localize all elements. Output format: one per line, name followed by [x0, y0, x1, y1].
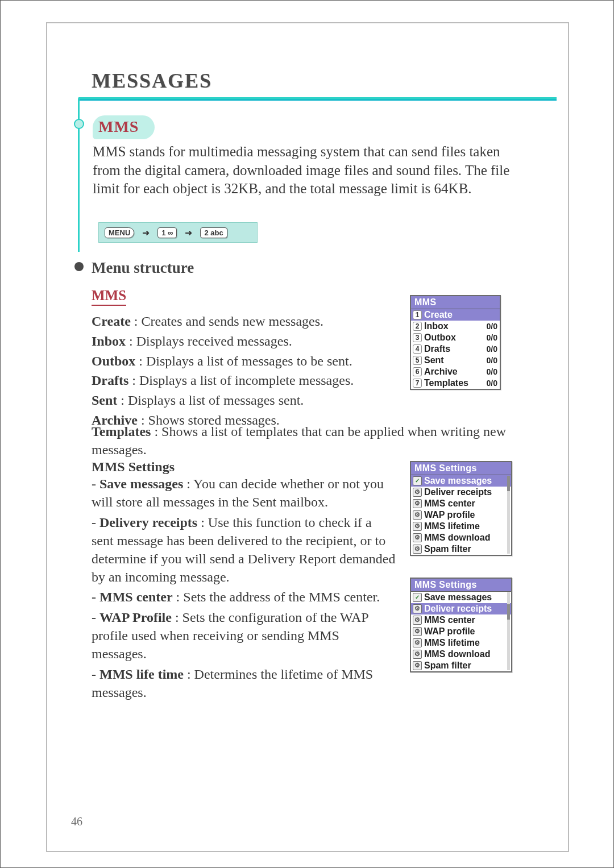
- bullet-icon: [74, 262, 84, 271]
- term: Sent: [92, 393, 117, 408]
- menu-item-number: 1: [413, 310, 422, 319]
- menu-item-count: 0/0: [487, 333, 497, 342]
- mms-description-paragraph: MMS stands for multimedia messaging syst…: [93, 143, 519, 198]
- menu-item-label: WAP profile: [424, 510, 509, 520]
- settings-definition-row: - Delivery receipts : Use this function …: [92, 514, 396, 587]
- page-title: MESSAGES: [92, 69, 212, 92]
- term: WAP Profile: [99, 610, 172, 625]
- menu-item-label: MMS center: [424, 499, 509, 509]
- phone-menu-item[interactable]: MMS lifetime: [411, 637, 511, 649]
- desc: : Displays received messages.: [126, 334, 292, 348]
- phone-menu-item[interactable]: MMS center: [411, 498, 511, 509]
- phone-menu-item[interactable]: 7Templates0/0: [411, 377, 500, 389]
- menu-item-count: 0/0: [487, 322, 497, 331]
- menu-item-label: MMS download: [424, 649, 509, 659]
- menu-item-count: 0/0: [487, 379, 497, 388]
- definition-row: Drafts : Displays a list of incomplete m…: [92, 371, 399, 391]
- desc: : Creates and sends new messages.: [131, 314, 323, 329]
- phone-screenshot-mms-menu: MMS 1Create2Inbox0/03Outbox0/04Drafts0/0…: [410, 295, 501, 390]
- term: Save messages: [99, 476, 183, 491]
- menu-key-icon: MENU: [105, 227, 134, 238]
- checkbox-icon: [413, 593, 422, 602]
- term: Inbox: [92, 334, 126, 348]
- title-rule: [78, 97, 557, 101]
- menu-item-number: 5: [413, 356, 422, 365]
- gear-icon: [413, 510, 422, 520]
- menu-item-label: Create: [424, 310, 497, 320]
- term: Drafts: [92, 373, 128, 388]
- key-sequence-box: MENU ➜ 1 ∞ ➜ 2 abc: [98, 222, 258, 243]
- phone-menu-item[interactable]: 3Outbox0/0: [411, 332, 500, 343]
- mms-menu-section: MMS Create : Creates and sends new messa…: [92, 288, 399, 430]
- templates-definition: Templates : Shows a list of templates th…: [92, 422, 529, 459]
- definition-row: Inbox : Displays received messages.: [92, 331, 399, 351]
- menu-item-count: 0/0: [487, 356, 497, 365]
- menu-item-label: Drafts: [424, 344, 484, 354]
- gear-icon: [413, 488, 422, 497]
- mms-settings-list: - Save messages : You can decide whether…: [92, 475, 396, 704]
- phone-menu-item[interactable]: 4Drafts0/0: [411, 343, 500, 355]
- menu-item-label: Spam filter: [424, 661, 509, 671]
- desc: : Sets the address of the MMS center.: [173, 589, 380, 604]
- phone-menu-item[interactable]: Deliver receipts: [411, 487, 511, 498]
- phone-menu-item[interactable]: 5Sent0/0: [411, 355, 500, 366]
- page-sheet: MESSAGES MMS MMS stands for multimedia m…: [0, 0, 614, 868]
- menu-item-label: Templates: [424, 378, 484, 388]
- menu-item-label: Deliver receipts: [424, 487, 509, 497]
- title-block: MESSAGES: [92, 69, 545, 93]
- settings-definition-row: - Save messages : You can decide whether…: [92, 475, 396, 512]
- mms-definitions-list: Create : Creates and sends new messages.…: [92, 312, 399, 430]
- phone-menu-header: MMS Settings: [411, 579, 511, 592]
- menu-item-label: Save messages: [424, 476, 509, 486]
- menu-item-number: 6: [413, 367, 422, 376]
- menu-item-label: MMS lifetime: [424, 638, 509, 648]
- phone-menu-item[interactable]: WAP profile: [411, 626, 511, 637]
- scrollbar-icon: [507, 592, 510, 670]
- phone-menu-item[interactable]: Save messages: [411, 592, 511, 603]
- gear-icon: [413, 522, 422, 531]
- definition-row: Outbox : Displays a list of messages to …: [92, 351, 399, 371]
- term: MMS life time: [99, 667, 184, 682]
- phone-menu-item[interactable]: 2Inbox0/0: [411, 321, 500, 332]
- gear-icon: [413, 638, 422, 647]
- phone-menu-item[interactable]: MMS center: [411, 614, 511, 626]
- gear-icon: [413, 604, 422, 613]
- phone-menu-header: MMS Settings: [411, 462, 511, 475]
- phone-menu-item[interactable]: Save messages: [411, 475, 511, 487]
- desc: : Displays a list of messages to be sent…: [135, 354, 352, 368]
- phone-menu-item[interactable]: 1Create: [411, 309, 500, 321]
- gear-icon: [413, 616, 422, 625]
- phone-menu-header: MMS: [411, 296, 500, 309]
- phone-menu-item[interactable]: MMS download: [411, 649, 511, 660]
- mms-subheading: MMS: [92, 288, 126, 306]
- menu-item-label: MMS lifetime: [424, 521, 509, 531]
- menu-item-number: 2: [413, 322, 422, 331]
- phone-menu-item[interactable]: WAP profile: [411, 509, 511, 521]
- menu-item-number: 3: [413, 333, 422, 342]
- menu-item-number: 7: [413, 379, 422, 388]
- gear-icon: [413, 627, 422, 636]
- menu-item-label: Deliver receipts: [424, 604, 509, 614]
- menu-item-count: 0/0: [487, 367, 497, 376]
- phone-menu-item[interactable]: Spam filter: [411, 543, 511, 555]
- menu-item-label: Archive: [424, 367, 484, 377]
- desc: : Shows a list of templates that can be …: [92, 424, 506, 457]
- phone-menu-item[interactable]: MMS lifetime: [411, 521, 511, 532]
- phone-menu-item[interactable]: 6Archive0/0: [411, 366, 500, 377]
- mms-settings-heading: MMS Settings: [92, 459, 175, 475]
- term: Create: [92, 314, 131, 329]
- phone-menu-item[interactable]: Deliver receipts: [411, 603, 511, 614]
- menu-item-label: Save messages: [424, 592, 509, 603]
- menu-item-number: 4: [413, 344, 422, 354]
- gear-icon: [413, 650, 422, 659]
- menu-item-count: 0/0: [487, 344, 497, 354]
- phone-menu-item[interactable]: MMS download: [411, 532, 511, 543]
- menu-item-label: MMS download: [424, 533, 509, 543]
- definition-row: Create : Creates and sends new messages.: [92, 312, 399, 331]
- checkbox-icon: [413, 476, 422, 485]
- phone-screenshot-mms-settings-1: MMS Settings Save messagesDeliver receip…: [410, 461, 512, 556]
- term: MMS center: [99, 589, 173, 604]
- menu-item-label: Inbox: [424, 321, 484, 331]
- phone-menu-item[interactable]: Spam filter: [411, 660, 511, 671]
- gear-icon: [413, 499, 422, 508]
